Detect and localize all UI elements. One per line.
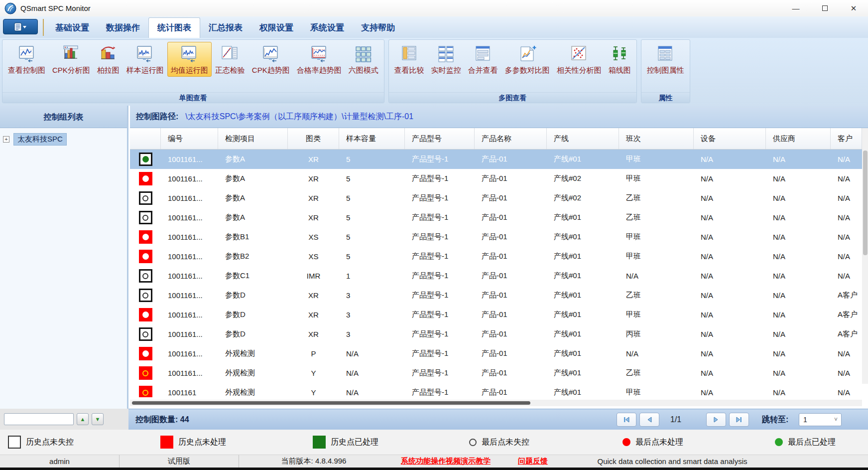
multi-parameter-compare-chart-button[interactable]: 多参数对比图 <box>501 42 553 77</box>
cell-shift: N/A <box>619 272 694 280</box>
cell-item: 参数B2 <box>218 252 288 261</box>
tab-permission-settings[interactable]: 权限设置 <box>251 18 302 38</box>
pass-rate-trend-chart-button[interactable]: 合格率趋势图 <box>293 42 345 77</box>
move-up-button[interactable]: ▲ <box>77 413 89 425</box>
tab-support-help[interactable]: 支持帮助 <box>353 18 403 38</box>
table-row[interactable]: 1001161...参数DXR3产品型号-1产品-01产线#01乙班N/AN/A… <box>130 286 862 305</box>
cell-chart_type: IMR <box>288 272 339 280</box>
mean-run-chart-button[interactable]: 均值运行图 <box>167 42 212 77</box>
table-row[interactable]: 1001161外观检测YN/A产品型号-1产品-01产线#01甲班N/AN/AN… <box>130 383 862 397</box>
merged-view-button[interactable]: 合并查看 <box>465 42 501 77</box>
cell-item: 参数A <box>218 193 288 203</box>
status-user: admin <box>0 455 120 468</box>
tree-node[interactable]: + 太友科技SPC <box>3 133 127 146</box>
cell-device: N/A <box>694 233 766 241</box>
table-row[interactable]: 1001161...参数C1IMR1产品型号-1产品-01产线#01N/AN/A… <box>130 266 862 286</box>
menu-list-icon <box>14 22 27 31</box>
maximize-icon <box>822 5 828 11</box>
table-row[interactable]: 1001161...参数AXR5产品型号-1产品-01产线#02甲班N/AN/A… <box>130 169 862 188</box>
previous-page-button[interactable] <box>639 413 659 427</box>
correlation-analysis-chart-button[interactable]: 相关性分析图 <box>553 42 605 77</box>
vertical-scrollbar[interactable] <box>862 128 868 384</box>
close-button[interactable]: ✕ <box>839 0 868 16</box>
table-row[interactable]: 1001161...参数B2XS5产品型号-1产品-01产线#01甲班N/AN/… <box>130 247 862 266</box>
status-cell <box>130 191 161 205</box>
cell-device: N/A <box>694 213 766 222</box>
down-arrow-icon: ▼ <box>95 416 101 422</box>
cell-model: 产品型号-1 <box>405 155 475 164</box>
table-row[interactable]: 1001161...外观检测PN/A产品型号-1产品-01产线#01N/AN/A… <box>130 344 862 363</box>
cell-id: 1001161... <box>161 155 218 163</box>
table-row[interactable]: 1001161...参数B1XS5产品型号-1产品-01产线#01甲班N/AN/… <box>130 227 862 247</box>
table-row[interactable]: 1001161...参数AXR5产品型号-1产品-01产线#01乙班N/AN/A… <box>130 208 862 227</box>
column-header-产线[interactable]: 产线 <box>547 128 619 149</box>
feedback-link[interactable]: 问题反馈 <box>518 457 548 466</box>
table-row[interactable]: 1001161...参数DXR3产品型号-1产品-01产线#01丙班N/AN/A… <box>130 324 862 344</box>
cell-shift: 甲班 <box>619 310 694 319</box>
sample-run-chart-button[interactable]: 样本运行图 <box>123 42 167 77</box>
legend-last-handled-swatch-icon <box>775 438 783 446</box>
tab-system-settings[interactable]: 系统设置 <box>302 18 353 38</box>
table-row[interactable]: 1001161...参数AXR5产品型号-1产品-01产线#02乙班N/AN/A… <box>130 188 862 208</box>
column-header-供应商[interactable]: 供应商 <box>766 128 831 149</box>
cpk-analysis-chart-button[interactable]: CPK分析图 <box>49 42 94 77</box>
multi-parameter-compare-chart-label: 多参数对比图 <box>505 66 550 75</box>
previous-page-icon <box>645 416 653 424</box>
status-dot-icon <box>142 215 148 221</box>
view-compare-button[interactable]: 查看比较 <box>391 42 428 77</box>
jump-to-dropdown[interactable]: 1 ˅ <box>799 413 842 426</box>
column-header-检测项目[interactable]: 检测项目 <box>218 128 288 149</box>
cell-customer: N/A <box>831 213 862 222</box>
column-header-产品型号[interactable]: 产品型号 <box>405 128 475 149</box>
cell-shift: 丙班 <box>619 329 694 339</box>
cpk-trend-chart-button[interactable]: CPK趋势图 <box>248 42 293 77</box>
six-chart-mode-button[interactable]: 六图模式 <box>345 42 382 77</box>
normality-test-button[interactable]: 正态检验 <box>212 42 248 77</box>
cell-line: 产线#01 <box>547 310 619 319</box>
tree-expand-icon[interactable]: + <box>3 136 9 143</box>
table-row[interactable]: 1001161...参数AXR5产品型号-1产品-01产线#01甲班N/AN/A… <box>130 150 862 169</box>
mean-run-icon <box>179 44 199 64</box>
maximize-button[interactable] <box>810 0 839 16</box>
horizontal-scrollbar[interactable] <box>130 400 862 406</box>
tab-basic-settings[interactable]: 基础设置 <box>47 18 98 38</box>
control-chart-properties-button[interactable]: 控制图属性 <box>643 42 688 77</box>
app-menu-button[interactable] <box>3 19 38 34</box>
column-header-班次[interactable]: 班次 <box>619 128 694 149</box>
status-dot-icon <box>142 253 149 260</box>
minimize-button[interactable]: — <box>781 0 810 16</box>
box-plot-button[interactable]: 箱线图 <box>605 42 634 77</box>
status-square-icon <box>139 250 152 263</box>
next-page-button[interactable] <box>706 413 726 427</box>
tab-summary-reports[interactable]: 汇总报表 <box>200 18 251 38</box>
move-down-button[interactable]: ▼ <box>92 413 104 425</box>
tab-data-operations[interactable]: 数据操作 <box>98 18 148 38</box>
table-row[interactable]: 1001161...外观检测YN/A产品型号-1产品-01产线#01乙班N/AN… <box>130 363 862 383</box>
tutorial-link[interactable]: 系统功能操作视频演示教学 <box>401 457 491 466</box>
column-header-status[interactable] <box>130 128 161 149</box>
first-page-button[interactable] <box>617 413 636 427</box>
horizontal-scrollbar-thumb[interactable] <box>132 401 530 405</box>
up-arrow-icon: ▲ <box>80 416 86 422</box>
column-header-客户[interactable]: 客户 <box>831 128 862 149</box>
view-control-chart-button[interactable]: 查看控制图 <box>4 42 49 77</box>
column-header-图类[interactable]: 图类 <box>288 128 339 149</box>
cell-device: N/A <box>694 388 766 397</box>
table-row[interactable]: 1001161...参数DXR3产品型号-1产品-01产线#01甲班N/AN/A… <box>130 305 862 324</box>
box-plot-label: 箱线图 <box>609 66 631 75</box>
column-header-样本容量[interactable]: 样本容量 <box>339 128 405 149</box>
last-page-button[interactable] <box>729 413 749 427</box>
vertical-scrollbar-thumb[interactable] <box>863 151 868 255</box>
tree-node-label[interactable]: 太友科技SPC <box>13 133 67 146</box>
group-filter-input[interactable] <box>4 413 74 425</box>
pareto-chart-button[interactable]: 柏拉图 <box>94 42 123 77</box>
realtime-monitor-button[interactable]: 实时监控 <box>428 42 465 77</box>
tab-statistical-charts[interactable]: 统计图表 <box>148 17 200 38</box>
ribbon-group-0-label: 单图查看 <box>2 92 384 103</box>
legend-history-in-control-swatch-icon <box>8 436 21 449</box>
column-header-编号[interactable]: 编号 <box>161 128 218 149</box>
legend-history-in-control: 历史点未失控 <box>8 430 74 455</box>
column-header-产品名称[interactable]: 产品名称 <box>475 128 547 149</box>
cell-line: 产线#01 <box>547 213 619 222</box>
column-header-设备[interactable]: 设备 <box>694 128 766 149</box>
